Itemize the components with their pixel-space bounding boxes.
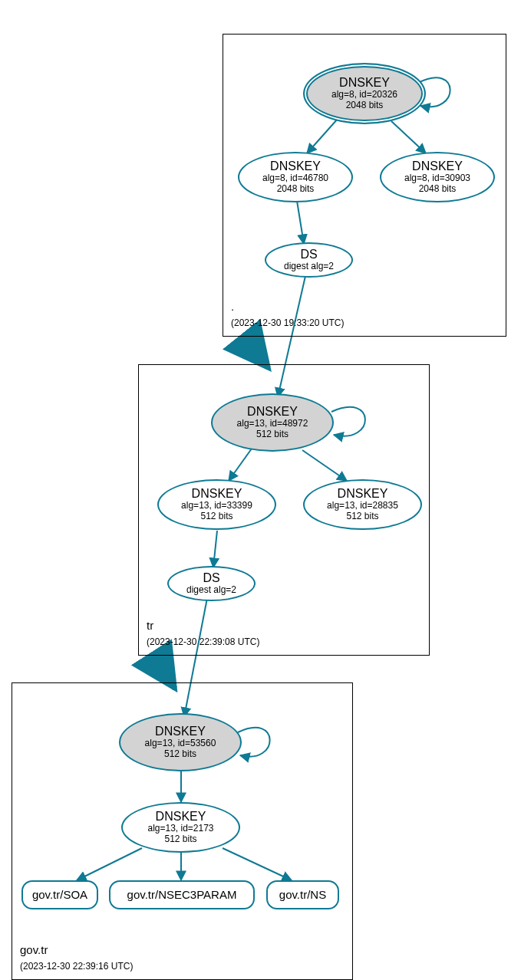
label: 512 bits [346, 511, 378, 522]
zone-tr-name: tr [147, 619, 153, 632]
label: alg=13, id=33399 [181, 501, 252, 511]
label: DNSKEY [412, 159, 463, 173]
label: 512 bits [256, 429, 289, 440]
label: 512 bits [164, 749, 196, 760]
label: gov.tr/NS [279, 888, 326, 901]
node-root-ksk: DNSKEY alg=8, id=20326 2048 bits [303, 63, 426, 124]
label: digest alg=2 [284, 261, 334, 272]
label: alg=13, id=2173 [147, 824, 213, 834]
zone-govtr-name: gov.tr [20, 943, 48, 956]
zone-tr-timestamp: (2023-12-30 22:39:08 UTC) [147, 636, 259, 647]
zone-root-name: . [231, 300, 234, 313]
label: DNSKEY [192, 487, 242, 501]
label: 512 bits [200, 511, 232, 522]
label: gov.tr/SOA [32, 888, 87, 901]
label: DNSKEY [270, 159, 321, 173]
node-rr-ns: gov.tr/NS [266, 880, 339, 909]
node-gov-zsk: DNSKEY alg=13, id=2173 512 bits [121, 802, 240, 853]
label: gov.tr/NSEC3PARAM [127, 888, 237, 901]
node-tr-zsk2: DNSKEY alg=13, id=28835 512 bits [303, 479, 422, 530]
label: DNSKEY [155, 725, 206, 738]
zone-root-timestamp: (2023-12-30 19:33:20 UTC) [231, 317, 344, 328]
node-rr-soa: gov.tr/SOA [21, 880, 98, 909]
label: alg=13, id=48972 [237, 419, 308, 429]
label: alg=13, id=53560 [145, 738, 216, 749]
label: 2048 bits [419, 184, 457, 195]
label: DNSKEY [338, 487, 388, 501]
label: 2048 bits [346, 100, 384, 111]
zone-govtr-timestamp: (2023-12-30 22:39:16 UTC) [20, 961, 133, 972]
node-rr-nsec3param: gov.tr/NSEC3PARAM [109, 880, 255, 909]
node-gov-ksk: DNSKEY alg=13, id=53560 512 bits [119, 713, 242, 771]
label: DS [300, 248, 317, 261]
label: alg=13, id=28835 [327, 501, 398, 511]
node-tr-zsk1: DNSKEY alg=13, id=33399 512 bits [157, 479, 276, 530]
label: alg=8, id=20326 [331, 90, 397, 100]
node-root-zsk2: DNSKEY alg=8, id=30903 2048 bits [380, 152, 495, 202]
label: 2048 bits [277, 184, 315, 195]
node-root-zsk1: DNSKEY alg=8, id=46780 2048 bits [238, 152, 353, 202]
node-root-ds: DS digest alg=2 [265, 242, 353, 278]
label: DNSKEY [247, 405, 298, 419]
label: DNSKEY [339, 76, 390, 90]
node-tr-ds: DS digest alg=2 [167, 566, 256, 601]
label: digest alg=2 [186, 585, 236, 596]
label: alg=8, id=30903 [404, 173, 470, 184]
label: DS [203, 571, 219, 585]
label: 512 bits [164, 834, 196, 845]
node-tr-ksk: DNSKEY alg=13, id=48972 512 bits [211, 393, 334, 452]
label: alg=8, id=46780 [262, 173, 328, 184]
label: DNSKEY [156, 810, 206, 824]
